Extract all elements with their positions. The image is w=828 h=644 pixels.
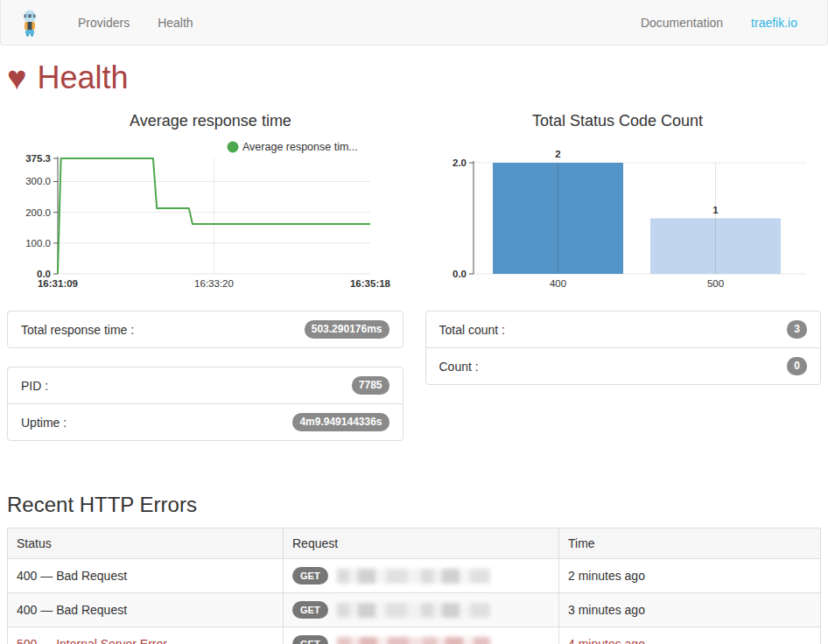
stat-row: Total response time :503.290176ms xyxy=(8,312,403,347)
stat-row: Count :0 xyxy=(426,347,821,384)
svg-text:1: 1 xyxy=(712,205,719,215)
stats-right-column: Total count :3Count :0 xyxy=(425,311,822,459)
top-navbar: Providers Health Documentation traefik.i… xyxy=(0,0,828,46)
svg-text:375.3: 375.3 xyxy=(25,153,51,164)
status-code-count-chart: Total Status Code Count 0.02.024001500 xyxy=(414,100,821,298)
method-badge: GET xyxy=(292,567,328,584)
stat-value-badge: 3 xyxy=(787,320,807,339)
col-header-request: Request xyxy=(284,528,559,559)
redacted-request-url xyxy=(337,637,490,644)
svg-text:2.0: 2.0 xyxy=(453,158,467,168)
heart-icon: ♥ xyxy=(7,61,27,94)
svg-text:Average response tim...: Average response tim... xyxy=(242,141,358,153)
stat-value-badge: 0 xyxy=(787,357,807,375)
svg-text:0.0: 0.0 xyxy=(453,269,467,279)
error-row: 400 — Bad RequestGET3 minutes ago xyxy=(8,593,821,627)
stat-label: Count : xyxy=(439,360,479,374)
line-chart-title: Average response time xyxy=(7,112,414,130)
stat-panel: Total response time :503.290176ms xyxy=(7,311,403,348)
error-time: 4 minutes ago xyxy=(568,637,645,644)
stats-left-column: Total response time :503.290176msPID :77… xyxy=(7,311,403,459)
error-row: 400 — Bad RequestGET2 minutes ago xyxy=(8,559,821,593)
svg-text:16:35:18: 16:35:18 xyxy=(350,278,391,289)
redacted-request-url xyxy=(337,569,490,584)
errors-table-header-row: Status Request Time xyxy=(8,528,821,559)
error-status: 400 — Bad Request xyxy=(17,603,127,617)
bar-chart-title: Total Status Code Count xyxy=(414,112,821,130)
error-status: 500 — Internal Server Error xyxy=(17,637,167,644)
page-title-text: Health xyxy=(38,60,129,96)
redacted-request-url xyxy=(337,603,490,618)
error-time: 3 minutes ago xyxy=(568,603,645,617)
error-time: 2 minutes ago xyxy=(568,569,645,583)
method-badge: GET xyxy=(292,635,328,644)
svg-text:100.0: 100.0 xyxy=(25,238,51,248)
svg-text:300.0: 300.0 xyxy=(25,176,51,186)
nav-item-providers[interactable]: Providers xyxy=(64,16,144,30)
stat-label: Uptime : xyxy=(21,416,67,430)
svg-text:16:33:20: 16:33:20 xyxy=(194,278,234,289)
stat-label: Total response time : xyxy=(21,323,134,337)
nav-item-documentation[interactable]: Documentation xyxy=(627,16,737,30)
svg-text:400: 400 xyxy=(550,278,566,289)
traefik-logo-icon[interactable] xyxy=(18,9,41,37)
errors-heading: Recent HTTP Errors xyxy=(7,493,821,517)
col-header-status: Status xyxy=(8,528,284,559)
stats-row: Total response time :503.290176msPID :77… xyxy=(7,311,821,459)
line-chart-plot[interactable]: Average response tim...0.0100.0200.0300.… xyxy=(7,132,414,298)
nav-item-traefik-io[interactable]: traefik.io xyxy=(737,16,811,30)
nav-item-health[interactable]: Health xyxy=(144,16,207,30)
method-badge: GET xyxy=(292,601,328,619)
stat-row: Total count :3 xyxy=(426,312,821,347)
stat-label: Total count : xyxy=(439,323,506,337)
stat-label: PID : xyxy=(21,379,48,393)
error-status: 400 — Bad Request xyxy=(17,569,127,583)
error-row: 500 — Internal Server ErrorGET4 minutes … xyxy=(8,627,821,644)
col-header-time: Time xyxy=(559,528,821,559)
stat-row: PID :7785 xyxy=(8,368,403,403)
charts-row: Average response time Average response t… xyxy=(7,100,821,298)
page-title: ♥ Health xyxy=(7,60,821,96)
svg-text:2: 2 xyxy=(555,149,560,159)
svg-text:16:31:09: 16:31:09 xyxy=(38,278,78,289)
svg-text:500: 500 xyxy=(707,278,724,289)
bar-chart-plot[interactable]: 0.02.024001500 xyxy=(414,132,821,298)
stat-value-badge: 503.290176ms xyxy=(305,320,389,339)
errors-table: Status Request Time 400 — Bad RequestGET… xyxy=(7,528,821,644)
stat-panel: PID :7785Uptime :4m9.949144336s xyxy=(7,367,403,441)
stat-row: Uptime :4m9.949144336s xyxy=(8,403,403,440)
svg-text:200.0: 200.0 xyxy=(25,207,51,218)
avg-response-time-chart: Average response time Average response t… xyxy=(7,100,414,298)
stat-value-badge: 4m9.949144336s xyxy=(292,413,389,431)
stat-value-badge: 7785 xyxy=(352,376,389,395)
stat-panel: Total count :3Count :0 xyxy=(425,311,822,385)
